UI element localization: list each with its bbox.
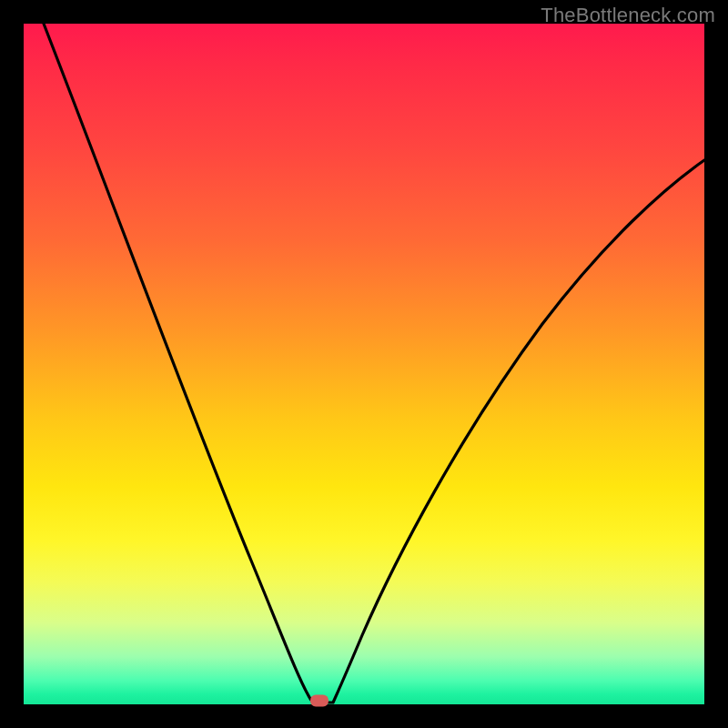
chart-frame: TheBottleneck.com [0,0,728,728]
optimum-marker [310,695,329,707]
bottleneck-curve [24,24,704,704]
plot-area [24,24,704,704]
curve-path [44,24,704,703]
watermark-text: TheBottleneck.com [541,4,715,27]
